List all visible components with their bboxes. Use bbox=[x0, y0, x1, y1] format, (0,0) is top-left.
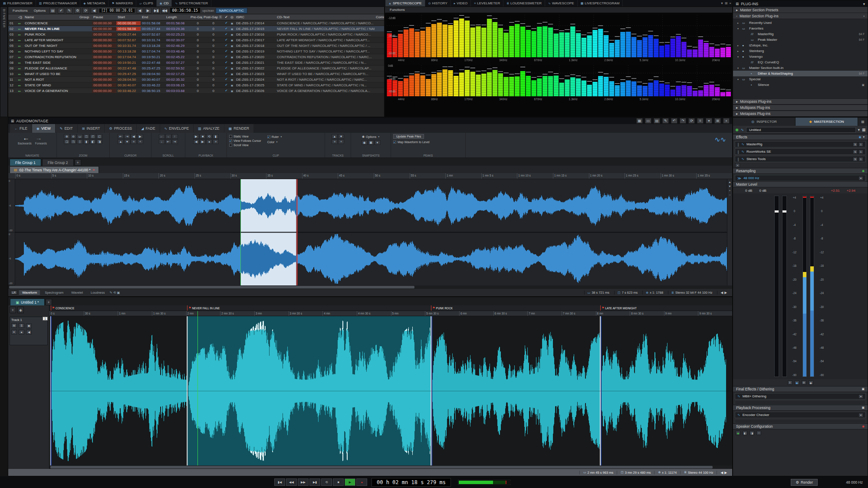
fader-left[interactable] bbox=[774, 196, 779, 377]
scroll-down-icon[interactable]: ▼ bbox=[728, 185, 731, 188]
transport-button[interactable]: ▶▶ bbox=[298, 478, 309, 486]
track-routing-icon[interactable]: ◀ bbox=[26, 330, 32, 334]
ribbon-tab[interactable]: ▥ANALYZE bbox=[194, 124, 224, 133]
title-toolbar-icon[interactable]: × bbox=[723, 118, 730, 124]
title-toolbar-icon[interactable]: ▤ bbox=[654, 118, 660, 124]
playback-icon[interactable]: ⟲ bbox=[206, 134, 212, 139]
bypass-icon[interactable]: ◉ bbox=[858, 135, 861, 139]
transport-button[interactable]: ■ bbox=[333, 478, 344, 486]
ribbon-tab[interactable]: ⊞INSERT bbox=[78, 124, 105, 133]
solo-effect-button[interactable]: S bbox=[853, 157, 858, 161]
plugin-tree-item[interactable]: ▾ ▭ Favorites bbox=[733, 26, 868, 31]
chevron-down-icon[interactable]: ▾ bbox=[858, 176, 863, 180]
cd-track-marker[interactable]: ⚑CONSCIENCE bbox=[52, 306, 75, 310]
effects-section-header[interactable]: Effects ◉▾ bbox=[733, 134, 868, 140]
plugin-tree-item[interactable]: ▸ ● Steinberg bbox=[733, 48, 868, 54]
transport-button[interactable]: ◀◀ bbox=[286, 478, 297, 486]
section-options-icon[interactable]: ▣ bbox=[861, 387, 865, 391]
speaker-a-icon[interactable]: ◧ bbox=[743, 431, 747, 435]
preset-grid-icon[interactable]: ▦ bbox=[862, 128, 865, 132]
ruler-dropdown[interactable]: ✔Ruler▼ bbox=[267, 134, 283, 139]
phase-icon[interactable]: Θ bbox=[802, 380, 806, 385]
encoder-checker-slot[interactable]: ∿ Encoder Checker ▾ bbox=[735, 412, 866, 418]
scroll-icon[interactable]: ← bbox=[159, 134, 165, 139]
close-icon[interactable]: × bbox=[93, 168, 95, 172]
render-button[interactable]: ⚙Render bbox=[791, 479, 818, 486]
track-header[interactable]: 1 Track 1 M S ◉ ≡ ● ◀ bbox=[10, 317, 48, 345]
status-nav-icons[interactable]: ◀▶ bbox=[717, 291, 730, 295]
tool-window-tab[interactable]: ◈METADATA bbox=[80, 0, 108, 7]
plugin-group-row[interactable]: ▸Multipass Plug-ins bbox=[733, 105, 868, 111]
track-focus-icon[interactable]: ◈ bbox=[17, 307, 24, 313]
master-level-section-header[interactable]: Master Level bbox=[733, 181, 868, 187]
transport-button[interactable]: ● bbox=[356, 478, 367, 486]
cursor-icon[interactable]: + bbox=[137, 139, 143, 144]
scroll-icon[interactable]: ⇥ bbox=[172, 139, 178, 144]
ribbon-tab[interactable]: ✎EDIT bbox=[56, 124, 77, 133]
playback-icon[interactable]: ▮ bbox=[213, 134, 219, 139]
menu-item[interactable]: Options bbox=[32, 8, 48, 13]
plugin-tree-item[interactable]: ▪ Silence ▣ bbox=[733, 82, 868, 88]
track-enabled-checkbox[interactable]: ✔ bbox=[224, 89, 229, 92]
menu-item[interactable]: Functions bbox=[10, 8, 30, 13]
ribbon-tab[interactable]: ∿ENVELOPE bbox=[160, 124, 194, 133]
cd-track-row[interactable]: 06 ▸▸ NOTHING LEFT TO SAY 00:00:00.00 00… bbox=[8, 49, 384, 54]
zoom-icon[interactable]: ⊖ bbox=[70, 134, 76, 139]
cd-transport-icon[interactable]: ▶▮ bbox=[153, 8, 160, 13]
resampling-slot[interactable]: ≫ 48 000 Hz ▾ bbox=[735, 175, 866, 181]
zoom-out-icon[interactable]: − bbox=[729, 193, 730, 197]
title-toolbar-icon[interactable]: ⊞ bbox=[714, 118, 721, 124]
plugin-tree-item[interactable]: /// EQ: CurveEQ bbox=[733, 59, 868, 65]
snapshot-icon[interactable]: ▾ bbox=[375, 140, 381, 145]
update-peak-files-button[interactable]: Update Peak Files bbox=[393, 134, 424, 139]
navigate-forward-button[interactable]: → bbox=[36, 135, 42, 141]
zoom-icon[interactable]: ◰ bbox=[90, 134, 96, 139]
time-ruler[interactable]: 0 s5 s10 s15 s20 s25 s30 s35 s40 s45 s50… bbox=[8, 173, 732, 179]
tool-window-tab[interactable]: ▥PROJECTMANAGER bbox=[36, 0, 80, 7]
fader-right[interactable] bbox=[782, 196, 787, 377]
cursor-icon[interactable]: ◀ bbox=[131, 134, 137, 139]
add-effect-button[interactable]: + bbox=[735, 163, 740, 167]
snapshot-icon[interactable]: ▣ bbox=[368, 140, 374, 145]
cd-track-row[interactable]: 13 ▸▸ VOICE OF A GENERATION 00:00:00.00 … bbox=[8, 88, 384, 94]
cursor-icon[interactable]: ⇤ bbox=[118, 134, 124, 139]
cd-track-row[interactable]: 08 ▸▸ THE EAST SIDE 00:00:00.00 00:19:50… bbox=[8, 60, 384, 66]
effect-slot[interactable]: ∥ ∿ RoomWorks SE S 1 bbox=[735, 148, 866, 155]
cd-toolbar-icon[interactable]: ⚙ bbox=[74, 8, 81, 13]
marker-lane[interactable]: ⚑CONSCIENCE⚑NEVER FALL IN LINE⚑PUNK ROCK… bbox=[49, 305, 732, 311]
empty-slot[interactable] bbox=[735, 400, 866, 405]
view-mode-option[interactable]: Scroll View bbox=[229, 143, 261, 147]
inspector-tab[interactable]: ◎INSPECTOR bbox=[733, 118, 796, 126]
title-toolbar-icon[interactable]: ↶ bbox=[671, 118, 677, 124]
speaker-b-icon[interactable]: ◨ bbox=[750, 431, 754, 435]
ribbon-tab[interactable]: ▦RENDER bbox=[224, 124, 253, 133]
cd-toolbar-icon[interactable]: ▤ bbox=[49, 8, 56, 13]
cd-transport-icon[interactable]: ◀ bbox=[137, 8, 143, 13]
cd-track-row[interactable]: 01 ▸▸ CONSCIENCE 00:00:00.00 00:00:00.00… bbox=[8, 20, 384, 26]
meter-window-tab[interactable]: ▲SPECTROSCOPE bbox=[385, 0, 425, 7]
mute-button[interactable]: M bbox=[11, 323, 17, 328]
cursor-icon[interactable]: ▶ bbox=[137, 134, 143, 139]
tool-window-tab[interactable]: ▤FILEBROWSER bbox=[0, 0, 36, 7]
wave-view-tab[interactable]: Spectrogram bbox=[42, 290, 66, 295]
resampling-section-header[interactable]: Resampling ◉ bbox=[733, 168, 868, 174]
window-control-icon[interactable]: ▾ bbox=[721, 1, 723, 5]
track-enabled-checkbox[interactable]: ✔ bbox=[224, 72, 229, 75]
track-enabled-checkbox[interactable]: ✔ bbox=[224, 66, 229, 70]
montage-time-ruler[interactable]: 0 s30 s1 mn1 mn 30 s2 mn2 mn 30 s3 mn3 m… bbox=[49, 311, 732, 316]
transport-button[interactable]: ▶▮ bbox=[309, 478, 320, 486]
cd-track-marker[interactable]: ⚑PUNK ROCK bbox=[432, 306, 453, 310]
title-toolbar-icon[interactable]: ≡ bbox=[697, 118, 704, 124]
scroll-icon[interactable]: → bbox=[165, 134, 171, 139]
tracks-icon[interactable]: ≡ bbox=[332, 139, 338, 144]
montage-waveform-canvas[interactable] bbox=[49, 316, 732, 465]
plugin-tree-item[interactable]: ▾ ▭ Master Section built-in bbox=[733, 65, 868, 71]
transport-button[interactable]: ▶ bbox=[345, 478, 355, 486]
scrollbar-thumb[interactable] bbox=[9, 286, 414, 288]
plugin-tree-item[interactable]: ▭ Peak Master 64 F bbox=[733, 37, 868, 43]
preset-menu-icon[interactable]: ▾ bbox=[858, 128, 860, 132]
tool-window-tab[interactable]: ⚑MARKERS bbox=[108, 0, 136, 7]
cd-toolbar-icon[interactable]: ✔ bbox=[58, 8, 64, 13]
panel-options-icon[interactable]: ▦ bbox=[858, 118, 868, 126]
track-routing-icon[interactable]: ● bbox=[19, 330, 24, 334]
